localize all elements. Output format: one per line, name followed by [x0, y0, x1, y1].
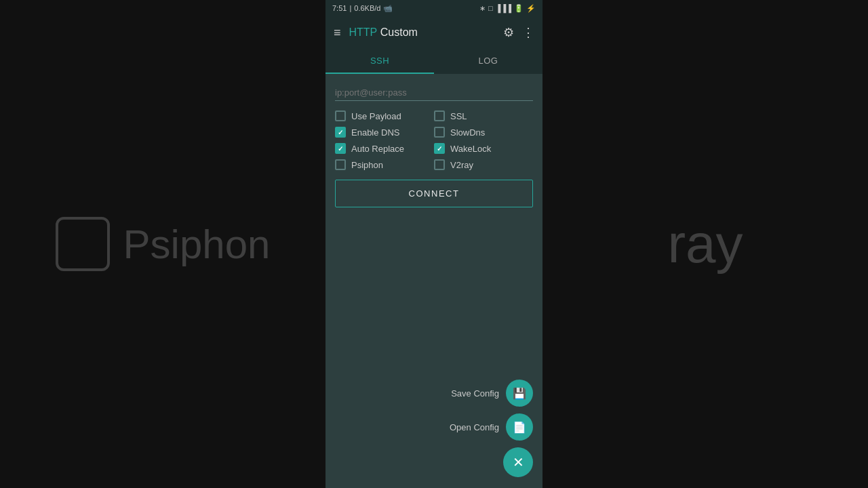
status-speed-value: 0.6KB/d — [354, 4, 380, 12]
bg-right-text: ray — [667, 213, 743, 275]
checkbox-enable-dns-box[interactable] — [335, 127, 346, 138]
background-left: Psiphon — [0, 0, 326, 488]
status-time: 7:51 — [332, 4, 347, 12]
save-config-label: Save Config — [451, 388, 499, 399]
signal-icon: ▐▐▐ — [496, 4, 511, 12]
open-config-label: Open Config — [450, 422, 499, 432]
checkbox-psiphon[interactable]: Psiphon — [335, 159, 434, 170]
checkbox-slow-dns-label: SlowDns — [450, 127, 485, 138]
checkbox-ssl-box[interactable] — [434, 110, 445, 121]
app-header: ≡ HTTP Custom ⚙ ⋮ — [326, 16, 542, 49]
app-title: HTTP Custom — [349, 26, 495, 39]
open-config-item: Open Config 📄 — [450, 413, 533, 441]
checkbox-enable-dns-label: Enable DNS — [351, 127, 400, 138]
save-config-item: Save Config 💾 — [451, 380, 533, 407]
save-icon: 💾 — [513, 387, 526, 400]
checkbox-ssl-label: SSL — [450, 111, 467, 121]
checkbox-use-payload-box[interactable] — [335, 110, 346, 121]
fab-close-button[interactable]: ✕ — [503, 447, 533, 477]
checkboxes-grid: Use Payload SSL Enable DNS SlowDns Auto … — [335, 110, 533, 170]
checkbox-wakelock-box[interactable] — [434, 143, 445, 154]
app-title-custom: Custom — [380, 26, 418, 38]
checkbox-enable-dns[interactable]: Enable DNS — [335, 127, 434, 138]
charge-icon: ⚡ — [526, 4, 536, 13]
checkbox-slow-dns[interactable]: SlowDns — [434, 127, 533, 138]
tab-ssh[interactable]: SSH — [326, 49, 434, 74]
connect-button[interactable]: CONNECT — [335, 180, 533, 207]
fab-area: Save Config 💾 Open Config 📄 ✕ — [326, 380, 542, 488]
checkbox-ssl[interactable]: SSL — [434, 110, 533, 121]
background-right: ray — [542, 0, 868, 488]
checkbox-v2ray-box[interactable] — [434, 159, 445, 170]
bluetooth-icon: ∗ — [479, 4, 486, 13]
checkbox-v2ray[interactable]: V2ray — [434, 159, 533, 170]
checkbox-slow-dns-box[interactable] — [434, 127, 445, 138]
status-right: ∗ □ ▐▐▐ 🔋 ⚡ — [479, 4, 536, 13]
bg-left-text: Psiphon — [123, 221, 271, 268]
header-icons: ⚙ ⋮ — [503, 25, 534, 40]
more-options-icon[interactable]: ⋮ — [522, 25, 534, 40]
checkbox-wakelock[interactable]: WakeLock — [434, 143, 533, 154]
open-icon: 📄 — [513, 421, 526, 434]
status-bar: 7:51 | 0.6KB/d 📹 ∗ □ ▐▐▐ 🔋 ⚡ — [326, 0, 542, 16]
settings-icon[interactable]: ⚙ — [503, 25, 514, 40]
status-left: 7:51 | 0.6KB/d 📹 — [332, 4, 393, 13]
checkbox-psiphon-box[interactable] — [335, 159, 346, 170]
wifi-icon: □ — [488, 4, 493, 12]
tab-log[interactable]: LOG — [434, 49, 542, 74]
bg-square-icon — [56, 217, 110, 271]
camera-icon: 📹 — [383, 4, 393, 13]
open-config-button[interactable]: 📄 — [506, 413, 533, 441]
app-title-http: HTTP — [349, 26, 378, 38]
server-input[interactable] — [335, 85, 533, 101]
checkbox-psiphon-label: Psiphon — [351, 160, 383, 170]
checkbox-auto-replace[interactable]: Auto Replace — [335, 143, 434, 154]
phone-frame: 7:51 | 0.6KB/d 📹 ∗ □ ▐▐▐ 🔋 ⚡ ≡ HTTP Cust… — [326, 0, 542, 488]
battery-icon: 🔋 — [514, 4, 524, 13]
checkbox-wakelock-label: WakeLock — [450, 144, 491, 154]
checkbox-auto-replace-box[interactable] — [335, 143, 346, 154]
checkbox-use-payload[interactable]: Use Payload — [335, 110, 434, 121]
close-icon: ✕ — [513, 454, 524, 470]
checkbox-use-payload-label: Use Payload — [351, 111, 401, 121]
save-config-button[interactable]: 💾 — [506, 380, 533, 407]
tabs: SSH LOG — [326, 49, 542, 74]
checkbox-auto-replace-label: Auto Replace — [351, 144, 404, 154]
hamburger-menu-icon[interactable]: ≡ — [334, 26, 341, 40]
status-data-speed: | — [349, 4, 351, 12]
checkbox-v2ray-label: V2ray — [450, 160, 473, 170]
